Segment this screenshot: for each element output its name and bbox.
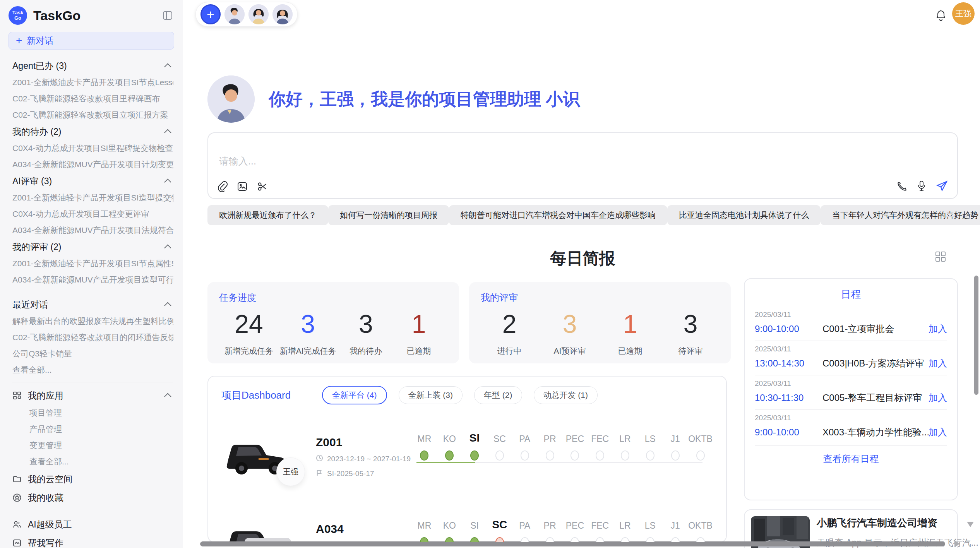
sidebar-collapse-icon[interactable] xyxy=(163,10,173,21)
vertical-scrollbar[interactable] xyxy=(974,276,978,395)
recent-chat-item[interactable]: C02-飞腾新能源轻客改款项目的闭环通告反馈情况 xyxy=(12,329,173,346)
filter-tab-powertrain[interactable]: 动总开发 (1) xyxy=(534,386,598,404)
milestone-dot xyxy=(571,537,579,543)
join-link[interactable]: 加入 xyxy=(929,323,947,335)
milestone-dot-done xyxy=(445,537,454,543)
section-recent-chats[interactable]: 最近对话 xyxy=(12,296,173,313)
stat-value: 3 xyxy=(667,309,714,339)
user-avatar[interactable]: 王强 xyxy=(952,2,975,25)
milestone-dot-overdue xyxy=(495,537,504,543)
layout-grid-icon[interactable] xyxy=(935,251,946,264)
clock-icon xyxy=(316,454,323,464)
sidebar-item-help-write[interactable]: 帮我写作 xyxy=(12,534,173,548)
sidebar-item[interactable]: A034-全新新能源MUV产品开发项目计划变更表编写 xyxy=(12,156,173,173)
suggestion-chip[interactable]: 如何写一份清晰的项目周报 xyxy=(328,205,449,225)
event-time: 9:00-10:00 xyxy=(755,324,822,334)
milestone-dot xyxy=(521,450,529,461)
scissors-icon[interactable] xyxy=(257,181,268,192)
section-agent-done[interactable]: Agent已办 (3) xyxy=(12,57,173,74)
phone-icon[interactable] xyxy=(896,181,907,192)
event-date: 2025/03/11 xyxy=(755,345,947,353)
sidebar-item-cloud-space[interactable]: 我的云空间 xyxy=(12,470,173,488)
milestone-line-done xyxy=(416,462,475,463)
folder-icon xyxy=(12,474,22,484)
divider xyxy=(12,511,173,511)
microphone-icon[interactable] xyxy=(917,180,926,192)
new-chat-button[interactable]: + 新对话 xyxy=(9,32,174,50)
app-item-project-mgmt[interactable]: 项目管理 xyxy=(12,405,173,421)
news-title: 小鹏飞行汽车制造公司增资 xyxy=(817,516,978,530)
project-row[interactable]: 王强 Z001 2023-12-19 ~ 2027-01-19 SI-2025-… xyxy=(221,423,713,491)
stat-label: 已逾期 xyxy=(607,346,653,356)
add-agent-button[interactable]: + xyxy=(200,4,221,24)
scroll-right-arrow-icon[interactable] xyxy=(954,540,960,547)
filter-tab-year[interactable]: 年型 (2) xyxy=(474,386,522,404)
main-area: + 王强 xyxy=(183,0,980,548)
suggestion-chip[interactable]: 特朗普可能对进口汽车增税会对中国车企造成哪些影响 xyxy=(449,205,667,225)
agent-avatar[interactable] xyxy=(272,4,293,24)
sidebar-item-favorites[interactable]: 我的收藏 xyxy=(12,488,173,507)
sidebar-item[interactable]: C02-飞腾新能源轻客改款项目里程碑画布 xyxy=(12,91,173,107)
stat-label: 已逾期 xyxy=(396,346,442,356)
stat-label: 新增完成任务 xyxy=(224,346,273,356)
chevron-up-icon xyxy=(164,63,171,70)
agent-avatar[interactable] xyxy=(224,4,245,24)
write-icon xyxy=(12,538,22,548)
sidebar-item-ai-super-staff[interactable]: AI超级员工 xyxy=(12,515,173,534)
schedule-card: 日程 2025/03/11 9:00-10:00 C001-立项审批会 加入 2… xyxy=(744,278,958,500)
app-title: TaskGo xyxy=(33,8,156,23)
horizontal-scrollbar[interactable] xyxy=(200,541,945,546)
project-owner-badge: 王强 xyxy=(276,457,305,486)
sidebar-item[interactable]: Z001-全新燃油皮卡产品开发项目SI节点Lesson Learn报告 xyxy=(12,74,173,91)
sidebar-item[interactable]: C02-飞腾新能源轻客改款项目立项汇报方案 xyxy=(12,107,173,123)
view-all-apps-link[interactable]: 查看全部... xyxy=(12,454,173,470)
sidebar-item[interactable]: C0X4-动力总成开发项目SI里程碑提交物检查 xyxy=(12,140,173,156)
milestone-dot xyxy=(521,537,529,543)
event-date: 2025/03/11 xyxy=(755,310,947,319)
section-my-review[interactable]: 我的评审 (2) xyxy=(12,238,173,255)
milestone-track: MR KO SI SC PA PR PEC FEC LR LS J1 OKTB xyxy=(412,428,713,486)
join-link[interactable]: 加入 xyxy=(929,426,947,438)
agent-avatar[interactable] xyxy=(248,4,269,24)
app-item-change-mgmt[interactable]: 变更管理 xyxy=(12,437,173,454)
notification-bell-icon[interactable] xyxy=(935,9,947,23)
dashboard-title: 项目Dashboard xyxy=(221,389,310,402)
project-row[interactable]: 王强 A034 2023-12-19 ~ 2026-01-19 SC-2025-… xyxy=(221,510,713,543)
section-my-todo[interactable]: 我的待办 (2) xyxy=(12,123,173,140)
section-my-apps[interactable]: 我的应用 xyxy=(12,386,173,405)
join-link[interactable]: 加入 xyxy=(929,357,947,370)
chat-input[interactable] xyxy=(219,156,800,167)
scroll-down-arrow-icon[interactable] xyxy=(967,522,974,527)
join-link[interactable]: 加入 xyxy=(929,392,947,404)
send-icon[interactable] xyxy=(936,180,948,192)
chat-input-card xyxy=(207,132,958,199)
users-icon xyxy=(12,520,22,529)
suggestion-chip[interactable]: 当下年轻人对汽车外观有怎样的喜好趋势 xyxy=(821,205,980,225)
sidebar-item[interactable]: C0X4-动力总成开发项目工程变更评审 xyxy=(12,206,173,222)
attachment-icon[interactable] xyxy=(218,181,228,192)
view-all-chats-link[interactable]: 查看全部... xyxy=(12,362,173,378)
section-ai-review[interactable]: AI评审 (3) xyxy=(12,173,173,190)
suggestion-chip[interactable]: 欧洲新规最近颁布了什么？ xyxy=(207,205,328,225)
sidebar: TaskGo TaskGo + 新对话 Agent已办 (3) Z001-全新燃… xyxy=(0,0,183,548)
view-all-schedule-link[interactable]: 查看所有日程 xyxy=(755,445,947,465)
sidebar-item[interactable]: A034-全新新能源MUV产品开发项目造型可行性评审 xyxy=(12,272,173,288)
filter-tab-platform[interactable]: 全新平台 (4) xyxy=(322,386,387,404)
sidebar-item[interactable]: A034-全新新能源MUV产品开发项目法规符合性评审 xyxy=(12,222,173,238)
apps-grid-icon xyxy=(12,391,22,400)
stat-value: 1 xyxy=(607,309,653,339)
milestone-dot xyxy=(621,450,629,461)
sidebar-item[interactable]: Z001-全新燃油轻卡产品开发项目SI造型提交物评审 xyxy=(12,190,173,206)
flag-icon xyxy=(316,469,323,478)
sidebar-item[interactable]: Z001-全新燃油轻卡产品开发项目SI节点属性5D文件评审 xyxy=(12,255,173,272)
app-item-product-mgmt[interactable]: 产品管理 xyxy=(12,421,173,437)
recent-chat-item[interactable]: 公司Q3轻卡销量 xyxy=(12,346,173,362)
recent-chat-item[interactable]: 解释最新出台的欧盟报废车法规再生塑料比例被调至15%... xyxy=(12,313,173,329)
image-icon[interactable] xyxy=(237,181,248,192)
stat-label: AI预评审 xyxy=(547,346,593,356)
assistant-avatar xyxy=(207,75,255,123)
suggestion-chip[interactable]: 比亚迪全固态电池计划具体说了什么 xyxy=(667,205,821,225)
filter-tab-body[interactable]: 全新上装 (3) xyxy=(399,386,463,404)
app-logo: TaskGo xyxy=(9,6,27,25)
schedule-event: 2025/03/11 9:00-10:00 C001-立项审批会 加入 xyxy=(755,307,947,341)
